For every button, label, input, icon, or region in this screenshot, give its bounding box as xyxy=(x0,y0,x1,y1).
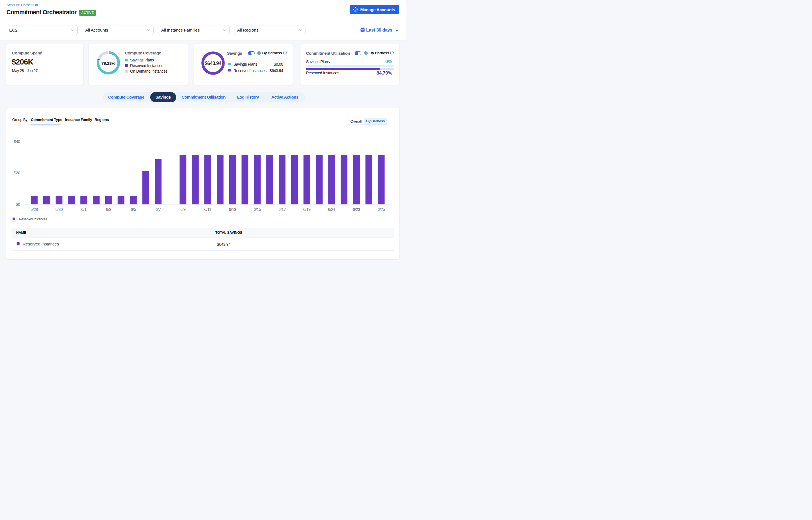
svg-text:6/7: 6/7 xyxy=(156,207,161,212)
svg-text:6/23: 6/23 xyxy=(353,207,360,212)
svg-text:$40: $40 xyxy=(14,139,20,144)
svg-text:6/17: 6/17 xyxy=(279,207,286,212)
svg-text:6/15: 6/15 xyxy=(254,207,261,212)
svg-text:6/1: 6/1 xyxy=(81,207,86,212)
svg-text:6/5: 6/5 xyxy=(131,207,136,212)
svg-text:6/3: 6/3 xyxy=(106,207,111,212)
svg-text:6/19: 6/19 xyxy=(303,207,311,212)
svg-text:$20: $20 xyxy=(14,171,20,175)
svg-text:6/21: 6/21 xyxy=(328,207,336,212)
svg-text:$0: $0 xyxy=(16,202,20,207)
svg-text:5/28: 5/28 xyxy=(31,207,38,212)
svg-text:6/13: 6/13 xyxy=(229,207,236,212)
svg-text:6/11: 6/11 xyxy=(204,207,211,212)
svg-text:6/25: 6/25 xyxy=(377,207,385,212)
svg-text:6/9: 6/9 xyxy=(180,207,186,212)
svg-text:5/30: 5/30 xyxy=(55,207,63,212)
